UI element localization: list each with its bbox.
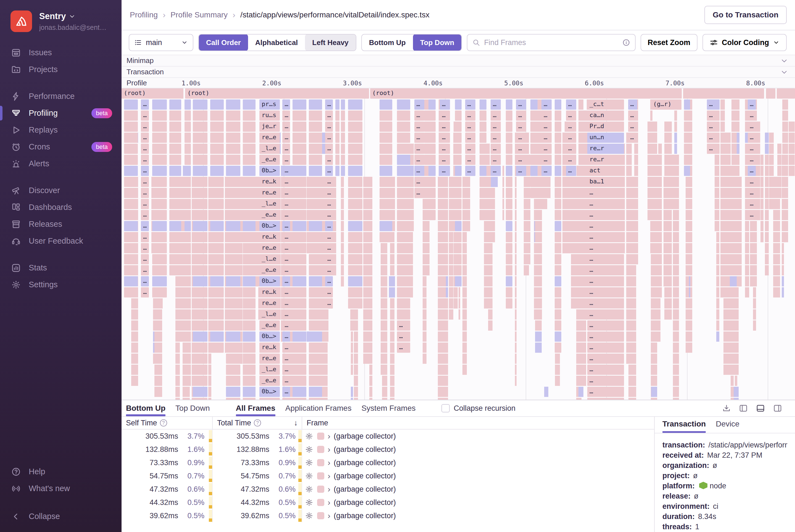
flame-cell[interactable]: …	[141, 121, 149, 132]
table-row[interactable]: 73.33ms0.9%73.33ms0.9%›(garbage collecto…	[121, 456, 654, 469]
flame-cell[interactable]	[309, 188, 322, 198]
flame-cell[interactable]	[152, 276, 167, 286]
flame-cell[interactable]: …	[397, 343, 410, 353]
flame-cell[interactable]	[479, 155, 487, 165]
flame-cell[interactable]	[185, 144, 191, 154]
flame-cell[interactable]	[152, 199, 167, 209]
flame-cell[interactable]	[309, 166, 322, 176]
flame-cell[interactable]: …	[587, 188, 624, 198]
flame-cell[interactable]: …	[587, 398, 624, 400]
flame-cell[interactable]	[292, 343, 306, 353]
flame-cell[interactable]: …	[440, 121, 450, 132]
flame-cell[interactable]	[193, 343, 207, 353]
flame-cell[interactable]	[193, 287, 207, 298]
flame-cell[interactable]: …	[141, 199, 149, 209]
flame-cell[interactable]	[124, 265, 138, 276]
flame-cell[interactable]: …	[566, 144, 576, 154]
flame-cell[interactable]	[555, 155, 561, 165]
flame-cell[interactable]: …	[587, 354, 624, 364]
flame-cell[interactable]	[309, 111, 322, 121]
flame-cell[interactable]	[226, 309, 240, 320]
flame-cell[interactable]	[226, 133, 240, 143]
flame-cell[interactable]	[455, 221, 461, 231]
flame-cell[interactable]: …	[282, 232, 290, 242]
flame-cell[interactable]	[684, 99, 690, 110]
flame-cell[interactable]: …	[707, 121, 720, 132]
flame-cell[interactable]: je…r	[259, 121, 280, 132]
flame-cell[interactable]	[226, 331, 240, 342]
flame-cell[interactable]	[309, 243, 322, 253]
flame-cell[interactable]	[397, 265, 410, 276]
flame-cell[interactable]: …	[587, 309, 624, 320]
breadcrumb-item[interactable]: Profile Summary	[170, 11, 228, 19]
flame-cell[interactable]	[506, 254, 512, 264]
flame-cell[interactable]	[555, 276, 561, 286]
flame-cell[interactable]: …	[325, 155, 333, 165]
flame-cell[interactable]	[243, 287, 255, 298]
flame-cell[interactable]: re…e	[259, 243, 280, 253]
flame-cell[interactable]	[169, 188, 181, 198]
flame-cell[interactable]	[348, 276, 362, 286]
flame-cell[interactable]	[193, 144, 207, 154]
flame-cell[interactable]: …	[282, 221, 290, 231]
flame-cell[interactable]	[309, 354, 322, 364]
flame-cell[interactable]	[292, 133, 306, 143]
flame-cell[interactable]	[243, 365, 255, 375]
flame-cell[interactable]	[185, 188, 191, 198]
flame-cell[interactable]	[226, 99, 240, 110]
flame-cell[interactable]	[169, 243, 181, 253]
flame-cell[interactable]	[309, 210, 322, 220]
flame-cell[interactable]	[455, 210, 461, 220]
flame-cell[interactable]	[530, 144, 537, 154]
sidebar-item-issues[interactable]: Issues	[0, 44, 121, 61]
flame-cell[interactable]: …	[628, 121, 637, 132]
flame-cell[interactable]	[348, 298, 362, 308]
flame-cell[interactable]: …	[748, 155, 756, 165]
flame-cell[interactable]	[292, 121, 306, 132]
flame-cell[interactable]	[124, 210, 138, 220]
flame-cell[interactable]: re…e	[259, 298, 280, 308]
frame-cell[interactable]: ›(garbage collector)	[317, 443, 654, 456]
flame-cell[interactable]	[397, 287, 410, 298]
flame-cell[interactable]	[506, 287, 512, 298]
flame-cell[interactable]	[684, 155, 690, 165]
flame-cell[interactable]	[226, 188, 240, 198]
flame-cell[interactable]	[683, 89, 764, 99]
flame-cell[interactable]	[243, 99, 255, 110]
flame-cell[interactable]	[226, 111, 240, 121]
flame-cell[interactable]: _l…e	[259, 254, 280, 264]
flame-cell[interactable]: …	[542, 111, 552, 121]
flame-cell[interactable]	[555, 99, 561, 110]
flame-cell[interactable]	[210, 276, 224, 286]
flame-cell[interactable]	[506, 166, 512, 176]
flame-cell[interactable]	[348, 166, 362, 176]
flame-cell[interactable]	[341, 121, 345, 132]
flame-cell[interactable]: …	[141, 188, 149, 198]
flame-cell[interactable]: …	[748, 177, 756, 187]
sidebar-item-settings[interactable]: Settings	[0, 276, 121, 293]
flame-cell[interactable]	[380, 232, 392, 242]
table-row[interactable]: 54.75ms0.7%54.75ms0.7%›(garbage collecto…	[121, 469, 654, 482]
flame-cell[interactable]: _l…e	[259, 144, 280, 154]
flame-cell[interactable]: …	[542, 121, 552, 132]
flame-cell[interactable]: …	[748, 199, 756, 209]
flame-cell[interactable]: …	[282, 199, 290, 209]
flame-cell[interactable]: …	[440, 155, 450, 165]
flame-cell[interactable]: …	[282, 387, 290, 397]
sidebar-item-releases[interactable]: Releases	[0, 216, 121, 232]
flame-cell[interactable]	[193, 243, 207, 253]
details-tab-device[interactable]: Device	[716, 420, 739, 433]
sort-desc-icon[interactable]: ↓	[294, 418, 298, 427]
flame-cell[interactable]: …	[707, 99, 720, 110]
flame-cell[interactable]: …	[141, 166, 149, 176]
flame-cell[interactable]	[243, 398, 255, 400]
flame-cell[interactable]	[210, 121, 224, 132]
flame-cell[interactable]	[309, 331, 322, 342]
flame-cell[interactable]: …	[542, 166, 552, 176]
flame-cell[interactable]: …	[587, 221, 624, 231]
flame-cell[interactable]	[152, 121, 167, 132]
flame-cell[interactable]	[309, 177, 322, 187]
flame-cell[interactable]	[152, 243, 167, 253]
flame-cell[interactable]	[169, 133, 181, 143]
flame-cell[interactable]	[226, 365, 240, 375]
